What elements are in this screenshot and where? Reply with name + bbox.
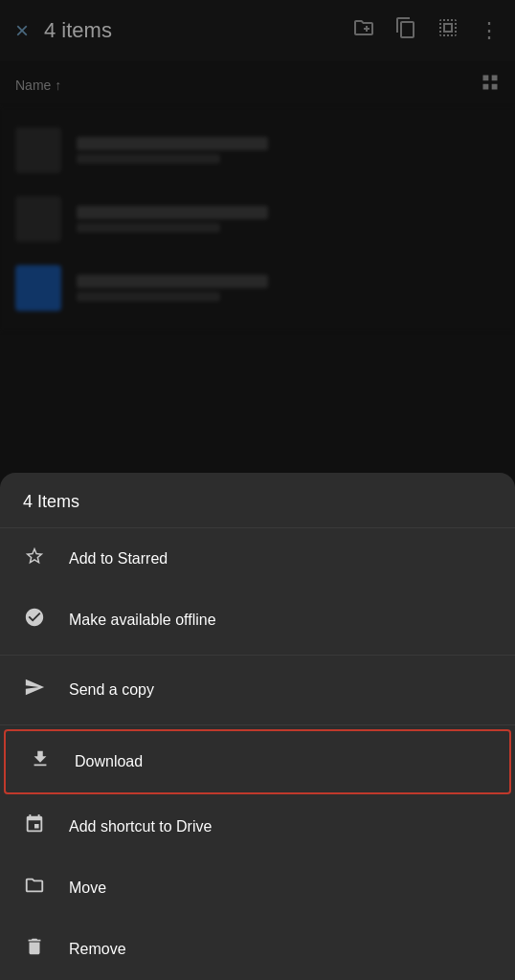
- menu-label-download: Download: [75, 753, 143, 770]
- remove-icon: [23, 936, 46, 963]
- bottom-sheet: 4 Items Add to Starred Make available of…: [0, 473, 515, 980]
- move-icon: [23, 875, 46, 902]
- sheet-header: 4 Items: [0, 473, 515, 528]
- menu-item-download[interactable]: Download: [4, 729, 511, 794]
- menu-label-send-a-copy: Send a copy: [69, 681, 154, 699]
- divider-1: [0, 655, 515, 656]
- menu-item-make-available-offline[interactable]: Make available offline: [0, 590, 515, 651]
- offline-icon: [23, 607, 46, 634]
- menu-label-add-shortcut-to-drive: Add shortcut to Drive: [69, 818, 212, 835]
- menu-label-move: Move: [69, 880, 106, 897]
- menu-label-make-available-offline: Make available offline: [69, 612, 216, 629]
- menu-label-remove: Remove: [69, 941, 126, 958]
- menu-item-add-to-starred[interactable]: Add to Starred: [0, 528, 515, 590]
- menu-item-remove[interactable]: Remove: [0, 919, 515, 980]
- divider-2: [0, 724, 515, 725]
- menu-item-send-a-copy[interactable]: Send a copy: [0, 659, 515, 721]
- shortcut-icon: [23, 813, 46, 840]
- menu-item-add-shortcut-to-drive[interactable]: Add shortcut to Drive: [0, 796, 515, 858]
- star-icon: [23, 546, 46, 572]
- menu-item-move[interactable]: Move: [0, 858, 515, 919]
- sheet-title: 4 Items: [23, 492, 79, 511]
- send-icon: [23, 677, 46, 703]
- menu-label-add-to-starred: Add to Starred: [69, 550, 168, 568]
- download-icon: [29, 748, 52, 775]
